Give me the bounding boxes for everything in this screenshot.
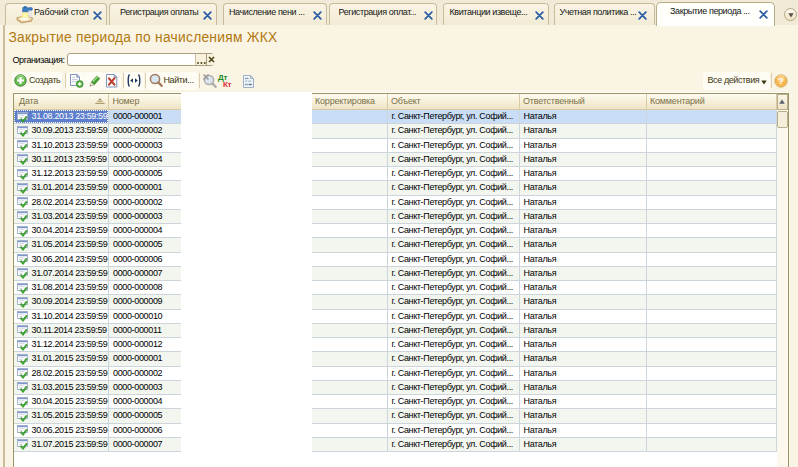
svg-text:?: ? [778,75,784,86]
